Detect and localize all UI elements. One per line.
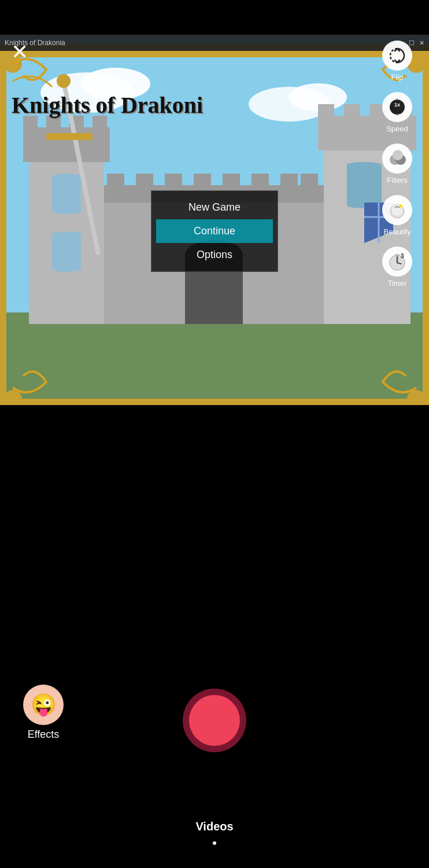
svg-point-38 (57, 74, 71, 88)
svg-point-48 (393, 150, 403, 160)
svg-rect-28 (165, 174, 182, 190)
svg-rect-32 (280, 174, 298, 190)
game-area: Knights of Drakonia — ☐ ✕ (0, 35, 429, 405)
filters-icon (387, 149, 408, 168)
svg-rect-26 (107, 174, 124, 190)
beautify-button[interactable]: Beautify (365, 189, 429, 241)
svg-rect-9 (46, 116, 61, 133)
beautify-label: Beautify (384, 227, 411, 236)
timer-icon-circle: 3 (382, 247, 412, 277)
svg-rect-27 (136, 174, 153, 190)
svg-rect-37 (46, 133, 93, 140)
options-menu-item[interactable]: Options (156, 243, 273, 267)
game-title: Knights of Drakoni (12, 93, 371, 118)
speed-label: Speed (386, 124, 408, 133)
close-icon: ✕ (11, 42, 28, 62)
svg-rect-12 (52, 174, 81, 214)
timer-button[interactable]: 3 Timer (365, 241, 429, 292)
svg-rect-8 (23, 116, 38, 133)
flip-icon-circle (382, 41, 412, 71)
continue-menu-item[interactable]: Continue (156, 219, 273, 243)
svg-rect-11 (93, 116, 107, 133)
svg-rect-29 (194, 174, 211, 190)
filters-button[interactable]: Filters (365, 138, 429, 189)
beautify-icon-circle (382, 195, 412, 225)
close-button[interactable]: ✕ (7, 39, 32, 65)
speed-icon: 1x (387, 97, 407, 117)
timer-label: Timer (388, 279, 407, 288)
timer-icon: 3 (387, 251, 408, 272)
filters-icon-circle (382, 144, 412, 174)
game-menu: New Game Continue Options (151, 190, 278, 272)
svg-rect-5 (0, 312, 429, 405)
effects-button[interactable]: 😜 Effects (23, 685, 64, 741)
right-controls-panel: Flip 1x Speed Filters (365, 35, 429, 292)
top-bar (0, 0, 429, 35)
speed-icon-circle: 1x (382, 92, 412, 122)
svg-text:1x: 1x (394, 102, 400, 108)
svg-rect-30 (223, 174, 240, 190)
effects-icon: 😜 (23, 685, 64, 725)
svg-rect-13 (52, 231, 81, 272)
svg-text:3: 3 (401, 253, 404, 259)
svg-rect-33 (301, 174, 318, 190)
speed-button[interactable]: 1x Speed (365, 86, 429, 138)
record-inner-circle (189, 695, 240, 746)
bottom-area (0, 405, 429, 868)
videos-dot (213, 841, 216, 845)
filters-label: Filters (387, 176, 407, 185)
window-bar: Knights of Drakonia — ☐ ✕ (0, 35, 429, 51)
svg-rect-54 (395, 254, 400, 256)
effects-label: Effects (28, 729, 60, 741)
flip-button[interactable]: Flip (365, 35, 429, 86)
videos-label: Videos (195, 820, 233, 833)
svg-rect-31 (252, 174, 269, 190)
beautify-icon (387, 200, 408, 220)
record-button[interactable] (183, 689, 246, 752)
flip-icon (388, 46, 406, 65)
flip-label: Flip (391, 73, 404, 82)
new-game-menu-item[interactable]: New Game (156, 196, 273, 219)
